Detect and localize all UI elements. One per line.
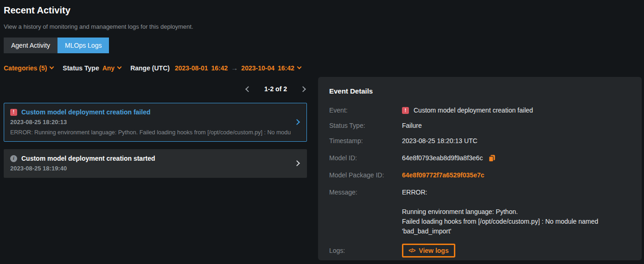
detail-row-model-package-id: Model Package ID: 64e8f09772f7a6529f035e… <box>329 171 631 180</box>
chevron-down-icon <box>117 65 122 69</box>
arrow-right-icon: → <box>231 64 238 72</box>
range-end-date[interactable]: 2023-10-04 <box>241 64 274 72</box>
date-range-filter[interactable]: Range (UTC) 2023-08-01 16:42 → 2023-10-0… <box>130 64 301 72</box>
pagination: 1-2 of 2 <box>4 82 307 95</box>
detail-row-status-type: Status Type: Failure <box>329 121 631 130</box>
status-type-filter[interactable]: Status Type Any <box>63 64 121 72</box>
range-start-time[interactable]: 16:42 <box>211 64 228 72</box>
chevron-right-icon[interactable] <box>294 160 300 166</box>
timestamp-value: 2023-08-25 18:20:13 UTC <box>402 137 631 145</box>
categories-filter[interactable]: Categories (5) <box>4 64 53 72</box>
range-end-time[interactable]: 16:42 <box>278 64 294 72</box>
chevron-down-icon <box>297 65 301 69</box>
event-list-item-failed[interactable]: ! Custom model deployment creation faile… <box>4 103 307 142</box>
message-error-line: ERROR: <box>402 188 631 197</box>
status-type-label: Status Type: <box>329 121 402 130</box>
timestamp-label: Timestamp: <box>329 137 402 145</box>
view-logs-button[interactable]: </> View logs <box>402 244 455 258</box>
message-line: Running environment language: Python. <box>402 207 611 217</box>
copy-icon[interactable] <box>488 154 496 162</box>
detail-row-message: Message: ERROR: Running environment lang… <box>329 188 631 236</box>
message-label: Message: <box>329 188 402 236</box>
chevron-down-icon <box>50 65 54 69</box>
event-details-panel: Event Details Event: ! Custom model depl… <box>318 77 642 260</box>
model-id-value: 64e8f0793eab8d9f9a8f3e6c <box>402 154 483 163</box>
event-timestamp: 2023-08-25 18:19:40 <box>10 165 291 172</box>
model-id-label: Model ID: <box>329 154 402 163</box>
tab-mlops-logs[interactable]: MLOps Logs <box>57 38 109 53</box>
event-list-item-started[interactable]: i Custom model deployment creation start… <box>4 149 307 178</box>
view-logs-button-label: View logs <box>419 247 448 254</box>
event-title[interactable]: Custom model deployment creation started <box>21 155 155 162</box>
pagination-label: 1-2 of 2 <box>264 85 287 93</box>
status-type-value: Any <box>102 64 115 72</box>
previous-page-button[interactable] <box>244 85 252 93</box>
chevron-right-icon[interactable] <box>294 119 300 125</box>
range-label: Range (UTC) <box>130 64 170 72</box>
event-timestamp: 2023-08-25 18:20:13 <box>10 119 291 126</box>
error-icon: ! <box>10 109 17 116</box>
detail-row-event: Event: ! Custom model deployment creatio… <box>329 106 631 115</box>
next-page-button[interactable] <box>299 85 307 93</box>
detail-row-model-id: Model ID: 64e8f0793eab8d9f9a8f3e6c <box>329 154 631 163</box>
event-label: Event: <box>329 106 402 115</box>
event-message-preview: ERROR: Running environment language: Pyt… <box>10 129 291 136</box>
categories-filter-label: Categories (5) <box>4 64 47 72</box>
detail-row-logs: Logs: </> View logs <box>329 244 631 258</box>
model-package-id-link[interactable]: 64e8f09772f7a6529f035e7c <box>402 171 485 180</box>
event-list: ! Custom model deployment creation faile… <box>4 103 307 185</box>
filter-bar: Categories (5) Status Type Any Range (UT… <box>4 64 301 72</box>
status-type-label: Status Type <box>63 64 99 72</box>
detail-row-timestamp: Timestamp: 2023-08-25 18:20:13 UTC <box>329 137 631 145</box>
page-subtitle: View a history of monitoring and managem… <box>4 23 193 30</box>
status-type-value: Failure <box>402 121 631 130</box>
tab-agent-activity[interactable]: Agent Activity <box>4 38 57 53</box>
page-title: Recent Activity <box>4 5 70 16</box>
activity-tabs: Agent Activity MLOps Logs <box>4 38 109 53</box>
error-icon: ! <box>402 107 409 114</box>
event-title[interactable]: Custom model deployment creation failed <box>21 108 151 116</box>
message-line: Failed loading hooks from [/opt/code/cus… <box>402 217 611 236</box>
model-package-id-label: Model Package ID: <box>329 171 402 180</box>
code-icon: </> <box>408 247 415 254</box>
logs-label: Logs: <box>329 246 402 255</box>
range-start-date[interactable]: 2023-08-01 <box>175 64 208 72</box>
info-icon: i <box>10 155 17 162</box>
event-value: Custom model deployment creation failed <box>414 106 533 115</box>
details-heading: Event Details <box>329 87 631 95</box>
